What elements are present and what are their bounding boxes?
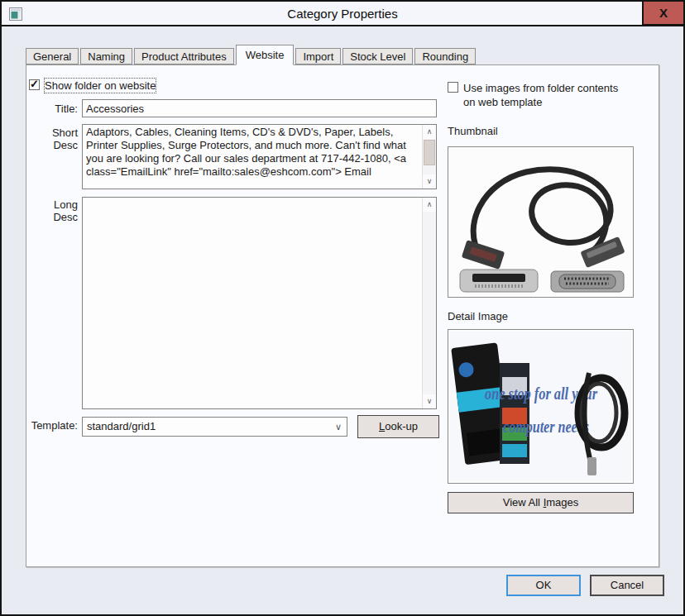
template-dropdown[interactable]: standard/grid1 ∨	[82, 417, 347, 437]
tab-website[interactable]: Website	[236, 45, 295, 65]
detail-banner-image: one stop for all your computer needs	[450, 332, 631, 481]
detail-image: one stop for all your computer needs	[448, 329, 634, 484]
category-properties-dialog: Category Properties X General Naming Pro…	[0, 0, 685, 616]
view-all-images-button[interactable]: View All Images	[448, 492, 634, 513]
show-folder-checkbox[interactable]: ✓ Show folder on website	[29, 79, 156, 93]
long-desc-textarea[interactable]: ∧ ∨	[82, 197, 437, 409]
tab-product-attributes[interactable]: Product Attributes	[134, 48, 234, 64]
show-folder-checkbox-label[interactable]: Show folder on website	[45, 79, 156, 93]
checkbox-checked-icon[interactable]: ✓	[29, 79, 40, 90]
thumbnail-image	[448, 146, 634, 298]
title-label: Title:	[26, 103, 78, 115]
detail-image-label: Detail Image	[448, 310, 508, 322]
template-label: Template:	[26, 419, 78, 432]
close-button[interactable]: X	[642, 2, 683, 26]
tab-general[interactable]: General	[26, 48, 79, 64]
use-images-checkbox-label[interactable]: Use images from folder contents on web t…	[463, 81, 629, 109]
window-title: Category Properties	[2, 2, 683, 26]
ok-button[interactable]: OK	[506, 575, 581, 596]
title-bar[interactable]: Category Properties X	[2, 2, 683, 26]
product-boxes-2	[500, 363, 529, 464]
scroll-down-icon[interactable]: ∨	[423, 394, 436, 408]
tab-strip: General Naming Product Attributes Websit…	[26, 45, 477, 64]
scroll-down-icon[interactable]: ∨	[423, 174, 436, 189]
db25-connector	[551, 271, 624, 292]
lookup-button[interactable]: Look-up	[357, 415, 439, 438]
short-desc-text: Adaptors, Cables, Cleaning Items, CD's &…	[86, 126, 406, 178]
title-input[interactable]: Accessories	[82, 99, 437, 117]
centronics-connector	[460, 270, 538, 292]
scroll-up-icon[interactable]: ∧	[423, 198, 436, 212]
tab-rounding[interactable]: Rounding	[414, 48, 476, 64]
use-images-checkbox[interactable]: Use images from folder contents on web t…	[448, 81, 638, 109]
scroll-up-icon[interactable]: ∧	[423, 125, 436, 139]
scrollbar-thumb[interactable]	[424, 140, 435, 165]
thumbnail-label: Thumbnail	[448, 125, 498, 137]
website-tab-panel: ✓ Show folder on website Title: Accessor…	[26, 64, 659, 567]
chevron-down-icon[interactable]: ∨	[335, 418, 342, 436]
short-desc-textarea[interactable]: Adaptors, Cables, Cleaning Items, CD's &…	[82, 124, 437, 189]
template-selected-value: standard/grid1	[87, 420, 156, 432]
long-desc-scrollbar[interactable]: ∧ ∨	[422, 198, 436, 408]
tab-naming[interactable]: Naming	[80, 48, 132, 64]
long-desc-label: Long Desc	[26, 198, 78, 223]
printer-cable-image	[450, 149, 631, 295]
cancel-button[interactable]: Cancel	[590, 575, 664, 596]
tab-import[interactable]: Import	[295, 48, 341, 64]
short-desc-label: Short Desc	[26, 127, 78, 151]
short-desc-scrollbar[interactable]: ∧ ∨	[422, 125, 436, 189]
checkbox-unchecked-icon[interactable]	[448, 82, 458, 93]
tab-stock-level[interactable]: Stock Level	[342, 48, 413, 64]
